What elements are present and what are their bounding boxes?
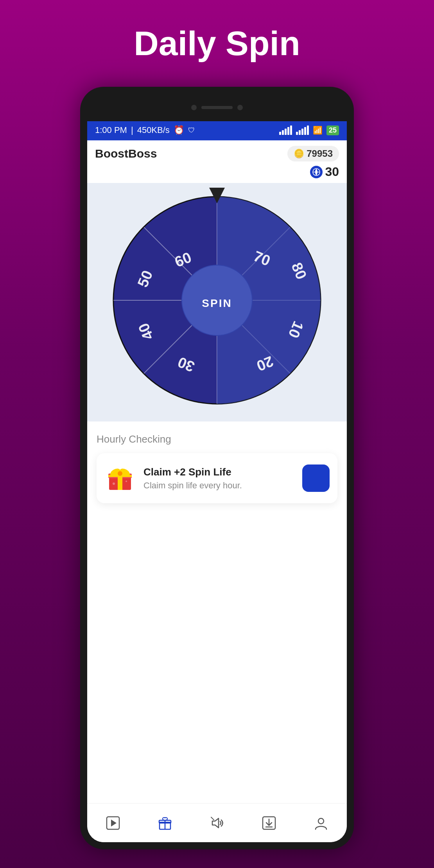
coins-badge: 🪙 79953 [287,146,339,161]
signal-bars-1 [279,126,292,135]
status-left: 1:00 PM | 450KB/s ⏰ 🛡 [95,125,195,135]
status-speed: | [131,125,133,135]
download-icon [262,816,276,830]
claim-card: Claim +2 Spin Life Claim spin life every… [97,453,337,503]
camera-dot-2 [237,105,243,110]
bar1 [279,132,281,135]
svg-point-28 [113,482,115,485]
nav-item-gift[interactable] [156,814,174,832]
status-right: 📶 25 [279,126,339,135]
speaker-bar [201,106,233,109]
nav-profile-icon [312,814,330,832]
lives-count: 30 [325,165,339,179]
phone-notch-area [87,94,347,121]
battery-icon: 25 [326,126,339,135]
gift-icon [106,464,134,492]
bar8 [301,129,303,135]
bar4 [287,127,289,135]
bar7 [299,130,301,135]
bottom-nav [87,803,347,842]
phone-screen: 1:00 PM | 450KB/s ⏰ 🛡 [87,120,347,842]
speaker-icon [210,816,224,830]
gift-icon-wrapper [104,463,136,494]
bar5 [290,126,292,135]
globe-icon [312,168,320,176]
svg-marker-31 [111,820,117,827]
app-header: BoostBoss 🪙 79953 [87,140,347,165]
lives-row: 30 [87,165,347,183]
signal-bars-2 [296,126,309,135]
svg-point-29 [126,481,127,482]
claim-title: Claim +2 Spin Life [143,466,294,478]
wheel-container: SPIN 70 60 80 50 10 40 20 [111,195,323,406]
coin-icon: 🪙 [294,149,304,159]
claim-button[interactable] [302,464,330,492]
status-speed-value: 450KB/s [137,125,170,135]
wheel-area: SPIN 70 60 80 50 10 40 20 [87,183,347,421]
nav-gift-icon [156,814,174,832]
nav-item-download[interactable] [260,814,278,832]
profile-icon [314,816,328,830]
bar3 [285,129,287,135]
nav-speaker-icon [208,814,226,832]
phone-notch [182,102,252,113]
lives-icon [310,166,323,178]
alarm-icon: ⏰ [174,125,184,135]
play-icon [106,816,120,830]
page-title: Daily Spin [134,23,300,63]
coins-value: 79953 [307,148,333,159]
spin-wheel[interactable]: SPIN 70 60 80 50 10 40 20 [111,195,323,406]
nav-item-speaker[interactable] [208,814,226,832]
status-bar: 1:00 PM | 450KB/s ⏰ 🛡 [87,120,347,140]
bar6 [296,132,298,135]
svg-point-40 [318,818,324,824]
svg-text:SPIN: SPIN [202,297,232,309]
bar10 [307,126,309,135]
svg-line-36 [211,817,214,820]
svg-point-27 [118,471,122,476]
camera-dot [191,105,197,110]
claim-subtitle: Claim spin life every hour. [143,481,294,491]
phone-frame: 1:00 PM | 450KB/s ⏰ 🛡 [80,87,354,849]
bar9 [304,127,306,135]
section-title: Hourly Checking [97,433,337,445]
nav-download-icon [260,814,278,832]
gift-nav-icon [158,816,172,830]
app-name: BoostBoss [95,147,157,160]
claim-text: Claim +2 Spin Life Claim spin life every… [143,466,294,491]
wheel-pointer [209,188,225,203]
wifi-icon: 📶 [313,126,323,135]
content-area: Hourly Checking [87,421,347,803]
nav-item-play[interactable] [104,814,122,832]
bar2 [282,130,284,135]
nav-item-profile[interactable] [312,814,330,832]
nav-play-icon [104,814,122,832]
status-time: 1:00 PM [95,125,127,135]
vpn-icon: 🛡 [188,126,195,135]
